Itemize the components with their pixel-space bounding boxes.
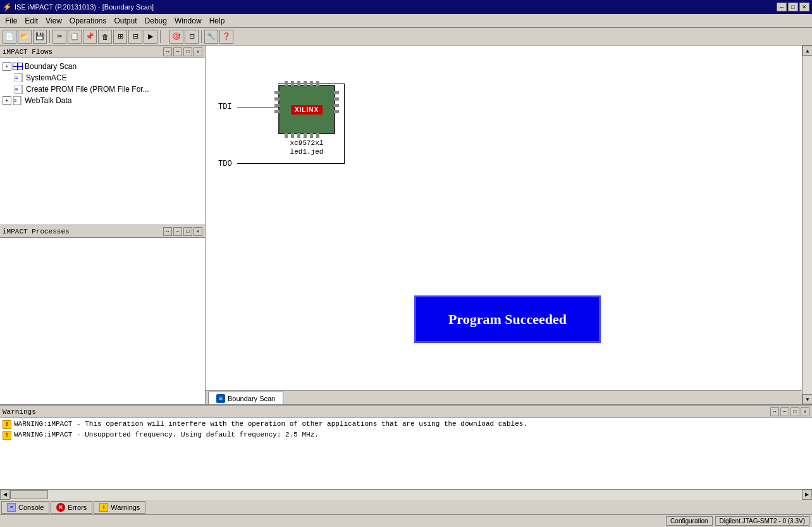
- warn-min-btn[interactable]: ─: [780, 407, 789, 416]
- flows-panel: iMPACT Flows ↔ ─ □ ✕ +: [0, 46, 205, 225]
- title-text: ISE iMPACT (P.20131013) - [Boundary Scan…: [15, 3, 154, 11]
- chip-label: XILINX: [291, 105, 323, 115]
- flows-panel-header: iMPACT Flows ↔ ─ □ ✕: [0, 46, 205, 58]
- flows-max-btn[interactable]: □: [183, 47, 192, 56]
- svg-text:≡: ≡: [15, 87, 18, 92]
- canvas-tab-boundary-scan[interactable]: ⊞ Boundary Scan: [208, 392, 283, 404]
- menu-edit[interactable]: Edit: [21, 15, 42, 27]
- chip-pins-bottom: [285, 133, 319, 138]
- proc-min-btn[interactable]: ─: [173, 227, 182, 236]
- warning-line-1: ! WARNING:iMPACT - This operation will i…: [3, 419, 809, 429]
- warning-text-1: WARNING:iMPACT - This operation will int…: [14, 419, 527, 429]
- menu-view[interactable]: View: [42, 15, 66, 27]
- warning-line-2: ! WARNING:iMPACT - Unsupported frequency…: [3, 430, 809, 440]
- target-button[interactable]: 🎯: [169, 30, 183, 44]
- delete-button[interactable]: 🗑: [98, 30, 112, 44]
- chip-name: xc9572xl: [278, 139, 335, 147]
- title-bar: ⚡ ISE iMPACT (P.20131013) - [Boundary Sc…: [0, 0, 812, 14]
- hscroll-right-btn[interactable]: ▶: [802, 490, 812, 500]
- proc-max-btn[interactable]: □: [183, 227, 192, 236]
- tdo-line: [237, 163, 345, 164]
- bottom-area: Warnings ↔ ─ □ ✕ ! WARNING:iMPACT - This…: [0, 404, 812, 499]
- flows-item-boundary-scan[interactable]: + Boundary Scan: [3, 61, 202, 72]
- warn-max-btn[interactable]: □: [790, 407, 799, 416]
- flows-min-btn[interactable]: ─: [173, 47, 182, 56]
- proc-close-btn[interactable]: ✕: [194, 227, 202, 236]
- canvas-tab-icon: ⊞: [216, 394, 225, 403]
- warn-close-btn[interactable]: ✕: [801, 407, 809, 416]
- toolbar-separator-1: [49, 30, 50, 43]
- app-icon: ⚡: [3, 3, 12, 11]
- boundary-scan-icon: [13, 61, 23, 71]
- hscroll-warnings[interactable]: ◀ ▶: [0, 489, 812, 499]
- menu-window[interactable]: Window: [171, 15, 206, 27]
- warnings-controls: ↔ ─ □ ✕: [770, 407, 809, 416]
- chip-box[interactable]: XILINX: [278, 85, 335, 134]
- wrench-button[interactable]: 🔧: [204, 30, 218, 44]
- question-button[interactable]: ❓: [219, 30, 233, 44]
- menu-output[interactable]: Output: [111, 15, 141, 27]
- warnings-panel: Warnings ↔ ─ □ ✕ ! WARNING:iMPACT - This…: [0, 406, 812, 489]
- warnings-title: Warnings: [3, 408, 36, 416]
- hscroll-thumb[interactable]: [10, 490, 48, 499]
- tab-errors[interactable]: ✕ Errors: [51, 501, 92, 514]
- error-icon: ✕: [56, 503, 65, 512]
- copy-button[interactable]: 📋: [68, 30, 82, 44]
- warn-expand-btn[interactable]: ↔: [770, 407, 779, 416]
- flows-close-btn[interactable]: ✕: [194, 47, 202, 56]
- vscroll-track: [803, 56, 812, 394]
- grid2-button[interactable]: ⊟: [128, 30, 142, 44]
- create-prom-icon: ≡: [14, 84, 24, 94]
- boundary-scan-expand[interactable]: +: [3, 62, 11, 71]
- open-button[interactable]: 📂: [18, 30, 32, 44]
- fit-button[interactable]: ⊡: [185, 30, 199, 44]
- processes-panel: iMPACT Processes ↔ ─ □ ✕: [0, 225, 205, 404]
- main-layout: iMPACT Flows ↔ ─ □ ✕ +: [0, 46, 812, 404]
- tab-warnings[interactable]: ! Warnings: [94, 501, 145, 514]
- vscroll-up[interactable]: ▲: [803, 46, 812, 56]
- webtalk-label: WebTalk Data: [25, 96, 71, 105]
- tdo-label: TDO: [218, 159, 232, 168]
- svg-rect-4: [18, 67, 22, 70]
- chip-right-vert: [344, 84, 345, 134]
- menu-operations[interactable]: Operations: [66, 15, 111, 27]
- tab-warnings-label: Warnings: [111, 504, 140, 511]
- program-succeeded-banner: Program Succeeded: [414, 295, 601, 343]
- boundary-scan-label: Boundary Scan: [25, 62, 77, 71]
- flows-header-controls: ↔ ─ □ ✕: [163, 47, 202, 56]
- status-device: Digilent JTAG-SMT2 - 0 (3.3V): [715, 516, 809, 526]
- maximize-button[interactable]: □: [788, 3, 798, 11]
- save-button[interactable]: 💾: [33, 30, 47, 44]
- processes-panel-content: [0, 238, 205, 404]
- new-button[interactable]: 📄: [3, 30, 16, 44]
- flows-item-systemace[interactable]: ≡ SystemACE: [14, 72, 202, 84]
- menu-debug[interactable]: Debug: [141, 15, 171, 27]
- tab-console[interactable]: ≡ Console: [1, 501, 49, 514]
- tdo-vert-line: [344, 134, 345, 163]
- title-bar-controls[interactable]: ─ □ ✕: [777, 3, 809, 11]
- minimize-button[interactable]: ─: [777, 3, 787, 11]
- menu-help[interactable]: Help: [206, 15, 229, 27]
- proc-expand-btn[interactable]: ↔: [163, 227, 172, 236]
- flows-expand-btn[interactable]: ↔: [163, 47, 172, 56]
- flows-item-create-prom[interactable]: ≡ Create PROM File (PROM File For...: [14, 84, 202, 95]
- toolbar-separator-3: [201, 30, 202, 43]
- tab-console-label: Console: [18, 504, 44, 511]
- more-button[interactable]: ▶: [144, 30, 157, 44]
- tab-errors-label: Errors: [68, 504, 87, 511]
- hscroll-left-btn[interactable]: ◀: [0, 490, 10, 500]
- close-button[interactable]: ✕: [799, 3, 809, 11]
- flows-item-webtalk[interactable]: + ≡ WebTalk Data: [3, 95, 202, 106]
- svg-rect-1: [13, 63, 17, 66]
- processes-panel-title: iMPACT Processes: [3, 228, 70, 235]
- chip-file: led1.jed: [278, 148, 335, 156]
- canvas-vscroll[interactable]: ▲ ▼: [802, 46, 812, 404]
- cut-button[interactable]: ✂: [52, 30, 66, 44]
- webtalk-expand[interactable]: +: [3, 96, 11, 105]
- warning-text-2: WARNING:iMPACT - Unsupported frequency. …: [14, 430, 319, 440]
- paste-button[interactable]: 📌: [83, 30, 97, 44]
- grid-button[interactable]: ⊞: [113, 30, 127, 44]
- warnings-header: Warnings ↔ ─ □ ✕: [0, 406, 812, 418]
- vscroll-down[interactable]: ▼: [803, 394, 812, 404]
- menu-file[interactable]: File: [1, 15, 21, 27]
